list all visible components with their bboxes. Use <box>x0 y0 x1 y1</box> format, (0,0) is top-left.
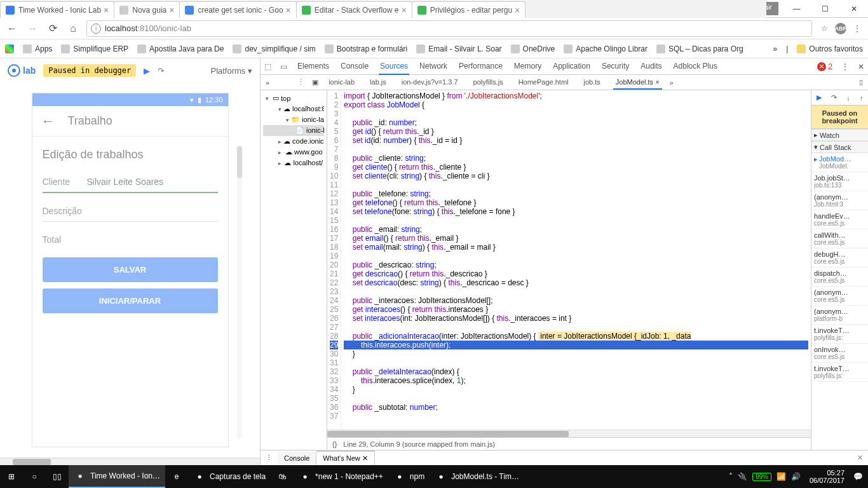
left-scrollbar-h[interactable] <box>0 458 260 465</box>
code-editor[interactable]: 1234567891011121314151617181920212223242… <box>327 90 811 430</box>
devtools-tab-elements[interactable]: Elements <box>296 58 330 75</box>
salvar-button[interactable]: SALVAR <box>43 257 218 282</box>
browser-tab[interactable]: create get set ionic - Goo× <box>179 1 296 18</box>
devtools-tab-sources[interactable]: Sources <box>379 58 409 75</box>
apps-icon[interactable] <box>5 44 14 53</box>
total-field[interactable]: Total <box>43 229 218 250</box>
tree-item[interactable]: ▸☁ code.ionic <box>263 136 324 147</box>
network-icon[interactable]: 📶 <box>776 472 786 481</box>
callstack-frame[interactable]: dispatch…core.es5.js <box>811 268 868 287</box>
tree-item[interactable]: ▾📁 ionic-la <box>263 114 324 125</box>
callstack-frame[interactable]: t.invokeT…polyfills.js: <box>811 325 868 344</box>
bookmark-item[interactable]: Email - Silvair L. Soar <box>416 44 501 53</box>
drawer-console-tab[interactable]: Console <box>278 452 316 464</box>
taskbar-app[interactable]: ●npm <box>388 465 430 488</box>
bookmark-star-icon[interactable]: ☆ <box>818 23 830 34</box>
step-over-icon[interactable]: ↷ <box>831 93 837 102</box>
resume-icon[interactable]: ▶ <box>817 93 822 102</box>
callstack-frame[interactable]: t.invokeT…polyfills.js: <box>811 363 868 382</box>
taskbar-app[interactable]: ●*new 1 - Notepad++ <box>294 465 388 488</box>
devtools-menu-icon[interactable]: ⋮ <box>841 62 849 71</box>
watch-section[interactable]: ▸ Watch <box>811 129 868 141</box>
toggle-sidebar-icon[interactable]: ▯ <box>859 78 863 86</box>
devtools-tab-network[interactable]: Network <box>418 58 449 75</box>
callstack-frame[interactable]: (anonym…Job.html:3 <box>811 191 868 210</box>
task-view-button[interactable]: ▯▯ <box>46 465 69 488</box>
bookmark-item[interactable]: Apache Olingo Librar <box>564 44 648 53</box>
file-tab[interactable]: lab.js <box>367 76 389 90</box>
nav-forward-button[interactable]: → <box>25 22 39 36</box>
tab-close-icon[interactable]: × <box>515 5 520 15</box>
devtools-tab-audits[interactable]: Audits <box>639 58 663 75</box>
step-out-icon[interactable]: ↑ <box>860 94 864 102</box>
callstack-frame[interactable]: onInvok…core.es5.js <box>811 344 868 363</box>
code-scrollbar-h[interactable] <box>327 430 811 437</box>
descricao-field[interactable]: Descrição <box>43 201 218 222</box>
devtools-tab-performance[interactable]: Performance <box>458 58 504 75</box>
battery-indicator[interactable]: 99% <box>752 473 771 481</box>
window-close-button[interactable]: ✕ <box>839 0 868 18</box>
drawer-whatsnew-tab[interactable]: What's New ✕ <box>316 451 374 465</box>
window-maximize-button[interactable]: ☐ <box>811 0 839 18</box>
callstack-frame[interactable]: (anonym…core.es5.js <box>811 287 868 306</box>
device-mode-icon[interactable]: ▭ <box>280 62 287 71</box>
other-bookmarks[interactable]: Outros favoritos <box>797 44 863 53</box>
nav-reload-button[interactable]: ⟳ <box>46 22 60 36</box>
taskbar-app[interactable]: 🛍 <box>271 465 294 488</box>
site-info-icon[interactable]: i <box>91 24 101 34</box>
browser-tab[interactable]: Time Worked - Ionic Lab× <box>0 1 114 18</box>
bookmark-item[interactable]: OneDrive <box>511 44 555 53</box>
bookmark-item[interactable]: dev_simplifique / sim <box>233 44 315 53</box>
browser-tab[interactable]: Editar - Stack Overflow e× <box>296 1 412 18</box>
start-button[interactable]: ⊞ <box>0 465 23 488</box>
file-tabs-overflow-icon[interactable]: » <box>670 79 674 86</box>
cliente-field[interactable]: Cliente Silvair Leite Soares <box>43 172 218 193</box>
bookmark-item[interactable]: SQL – Dicas para Org <box>656 44 743 53</box>
adblock-icon[interactable]: ABP <box>835 23 846 34</box>
devtools-close-icon[interactable]: ✕ <box>858 62 864 71</box>
callstack-frame[interactable]: debugH…core.es5.js <box>811 248 868 268</box>
file-tab[interactable]: JobModel.ts × <box>613 76 662 90</box>
browser-tab[interactable]: Privilégios - editar pergu× <box>412 1 526 18</box>
navigator-toggle-icon[interactable]: » <box>266 79 269 86</box>
devtools-tab-security[interactable]: Security <box>600 58 630 75</box>
cortana-button[interactable]: ○ <box>23 465 46 488</box>
error-count[interactable]: ✕2 <box>817 62 832 71</box>
bookmarks-overflow[interactable]: » <box>773 44 777 53</box>
tree-item[interactable]: ▾☁ localhost:8 <box>263 104 324 114</box>
bookmark-item[interactable]: Simplifique ERP <box>61 44 128 53</box>
inspect-icon[interactable]: ⬚ <box>264 62 271 71</box>
taskbar-app[interactable]: ●Time Worked - Ion… <box>69 465 165 488</box>
back-arrow-icon[interactable]: ← <box>41 113 55 130</box>
tree-item[interactable]: ▸☁ localhost/ <box>263 158 324 168</box>
tab-close-icon[interactable]: × <box>169 5 174 15</box>
callstack-frame[interactable]: Job.jobSt…job.ts:133 <box>811 172 868 191</box>
browser-tab[interactable]: Nova guia× <box>114 1 180 18</box>
iniciar-parar-button[interactable]: INICIAR/PARAR <box>43 288 218 313</box>
chrome-menu-icon[interactable]: ⋮ <box>851 23 863 34</box>
tree-item[interactable]: 📄 ionic-la <box>263 125 324 136</box>
taskbar-app[interactable]: ●Capturas de tela <box>188 465 271 488</box>
file-tab[interactable]: HomePage.html <box>516 76 571 90</box>
volume-icon[interactable]: 🔊 <box>791 472 801 481</box>
tab-close-icon[interactable]: × <box>286 5 291 15</box>
debugger-step-icon[interactable]: ↷ <box>158 66 165 76</box>
callstack-section[interactable]: ▾ Call Stack <box>811 141 868 153</box>
tree-item[interactable]: ▸☁ www.goo <box>263 147 324 158</box>
drawer-menu-icon[interactable]: ⋮ <box>261 454 278 462</box>
tray-expand-icon[interactable]: ˄ <box>729 472 733 481</box>
taskbar-clock[interactable]: 05:27 06/07/2017 <box>806 469 848 484</box>
callstack-frame[interactable]: handleEv…core.es5.js <box>811 210 868 229</box>
preview-scrollbar[interactable] <box>237 146 242 438</box>
taskbar-app[interactable]: ●JobModel.ts - Tim… <box>430 465 524 488</box>
power-icon[interactable]: 🔌 <box>738 472 747 481</box>
file-tab[interactable]: ionic-lab <box>326 76 357 90</box>
bookmark-item[interactable]: Apostila Java para De <box>137 44 224 53</box>
devtools-tab-console[interactable]: Console <box>339 58 370 75</box>
system-tray[interactable]: ˄ 🔌 99% 📶 🔊 05:27 06/07/2017 💬 <box>724 469 868 484</box>
bookmark-item[interactable]: Apps <box>23 44 52 53</box>
show-navigator-icon[interactable]: ▣ <box>312 78 318 86</box>
taskbar-app[interactable]: e <box>165 465 188 488</box>
platforms-dropdown[interactable]: Platforms ▾ <box>210 66 252 76</box>
callstack-frame[interactable]: callWith…core.es5.js <box>811 229 868 248</box>
